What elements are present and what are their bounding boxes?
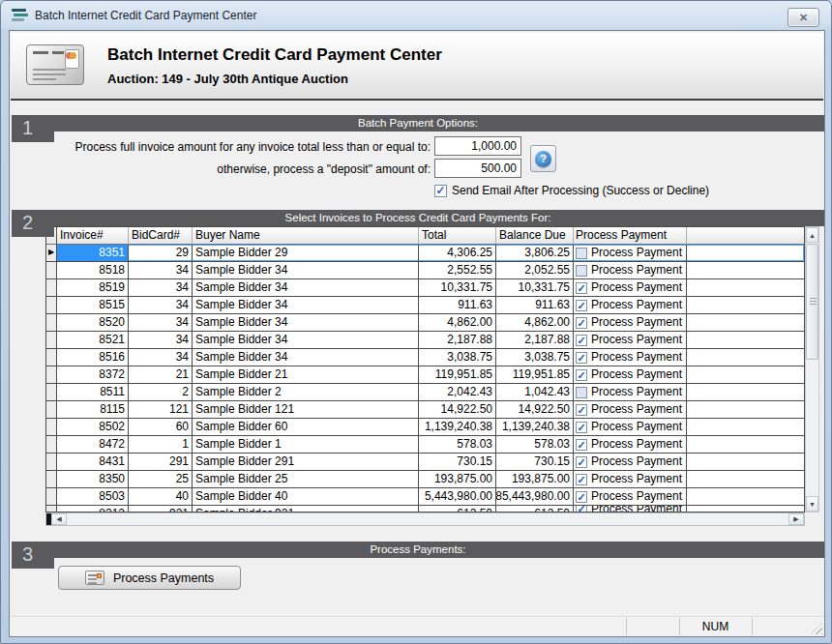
record-selector-cell[interactable] bbox=[46, 401, 57, 418]
balance-due-cell[interactable]: 2,187.88 bbox=[496, 332, 574, 348]
invoice-cell[interactable]: 8372 bbox=[57, 366, 129, 383]
record-selector-cell[interactable] bbox=[46, 297, 57, 313]
invoice-cell[interactable]: 8521 bbox=[57, 332, 129, 348]
bidcard-cell[interactable]: 34 bbox=[129, 262, 193, 278]
table-row[interactable]: 852034Sample Bidder 344,862.004,862.00✓P… bbox=[46, 314, 804, 332]
process-payment-cell[interactable]: ✓Process Payment bbox=[574, 349, 687, 366]
process-payment-checkbox[interactable]: ✓ bbox=[576, 439, 587, 451]
bidcard-cell[interactable]: 34 bbox=[129, 279, 193, 296]
record-selector-cell[interactable] bbox=[46, 384, 57, 400]
deposit-amount-input[interactable] bbox=[434, 159, 521, 178]
invoice-cell[interactable]: 8502 bbox=[57, 419, 129, 435]
buyer-name-cell[interactable]: Sample Bidder 121 bbox=[193, 401, 419, 418]
balance-due-cell[interactable]: 612.50 bbox=[496, 506, 574, 512]
buyer-name-cell[interactable]: Sample Bidder 34 bbox=[193, 262, 419, 278]
buyer-name-cell[interactable]: Sample Bidder 2 bbox=[193, 384, 419, 400]
record-selector-cell[interactable] bbox=[46, 488, 57, 505]
balance-due-cell[interactable]: 119,951.85 bbox=[496, 366, 574, 383]
balance-due-cell[interactable]: 2,052.55 bbox=[496, 262, 574, 278]
process-payment-checkbox[interactable]: ✓ bbox=[576, 491, 587, 503]
process-payment-cell[interactable]: ✓Process Payment bbox=[574, 506, 687, 512]
process-payment-checkbox[interactable] bbox=[576, 248, 587, 259]
table-row[interactable]: 84721Sample Bidder 1578.03578.03✓Process… bbox=[46, 436, 804, 454]
table-row[interactable]: 8212921Sample Bidder 921612.50612.50✓Pro… bbox=[46, 506, 804, 512]
process-payment-checkbox[interactable]: ✓ bbox=[576, 404, 587, 416]
buyer-name-cell[interactable]: Sample Bidder 34 bbox=[193, 297, 419, 313]
invoice-cell[interactable]: 8212 bbox=[57, 506, 129, 512]
table-row[interactable]: 8115121Sample Bidder 12114,922.5014,922.… bbox=[46, 401, 804, 419]
column-header-invoice[interactable]: Invoice# bbox=[57, 227, 129, 245]
invoice-cell[interactable]: 8519 bbox=[57, 279, 129, 296]
process-payment-cell[interactable]: Process Payment bbox=[574, 384, 687, 400]
invoice-cell[interactable]: 8503 bbox=[57, 488, 129, 505]
buyer-name-cell[interactable]: Sample Bidder 291 bbox=[193, 454, 419, 470]
record-selector-cell[interactable] bbox=[46, 332, 57, 348]
total-cell[interactable]: 4,306.25 bbox=[419, 245, 496, 261]
total-cell[interactable]: 4,862.00 bbox=[419, 314, 496, 331]
process-payment-checkbox[interactable] bbox=[576, 387, 587, 398]
full-amount-input[interactable] bbox=[434, 136, 521, 156]
bidcard-cell[interactable]: 60 bbox=[129, 419, 193, 435]
invoice-cell[interactable]: 8518 bbox=[57, 262, 129, 278]
balance-due-cell[interactable]: 578.03 bbox=[496, 436, 574, 453]
buyer-name-cell[interactable]: Sample Bidder 34 bbox=[193, 332, 419, 348]
table-row[interactable]: 851634Sample Bidder 343,038.753,038.75✓P… bbox=[46, 349, 804, 366]
horizontal-scrollbar[interactable]: ◀ ▶ bbox=[45, 512, 805, 526]
total-cell[interactable]: 612.50 bbox=[419, 506, 496, 512]
column-header-bidcard[interactable]: BidCard# bbox=[129, 227, 193, 245]
buyer-name-cell[interactable]: Sample Bidder 25 bbox=[193, 471, 419, 487]
resize-grip[interactable] bbox=[811, 623, 822, 634]
process-payment-checkbox[interactable]: ✓ bbox=[576, 506, 587, 512]
vertical-scrollbar-thumb[interactable] bbox=[806, 244, 818, 360]
total-cell[interactable]: 911.63 bbox=[419, 297, 496, 313]
bidcard-cell[interactable]: 121 bbox=[129, 401, 193, 418]
balance-due-cell[interactable]: 911.63 bbox=[496, 297, 574, 313]
column-header-process[interactable]: Process Payment bbox=[574, 227, 687, 245]
total-cell[interactable]: 2,042.43 bbox=[419, 384, 496, 400]
bidcard-cell[interactable]: 25 bbox=[129, 471, 193, 487]
balance-due-cell[interactable]: 3,038.75 bbox=[496, 349, 574, 366]
column-header-total[interactable]: Total bbox=[419, 227, 496, 245]
help-button[interactable]: ? bbox=[530, 145, 556, 172]
record-selector-cell[interactable] bbox=[46, 454, 57, 470]
table-row[interactable]: 850340Sample Bidder 405,443,980.0085,443… bbox=[46, 488, 804, 506]
record-selector-cell[interactable] bbox=[46, 262, 57, 278]
invoice-cell[interactable]: 8431 bbox=[57, 454, 129, 470]
balance-due-cell[interactable]: 85,443,980.00 bbox=[496, 488, 574, 505]
table-row[interactable]: 851834Sample Bidder 342,552.552,052.55Pr… bbox=[46, 262, 804, 279]
table-row[interactable]: 852134Sample Bidder 342,187.882,187.88✓P… bbox=[46, 332, 804, 349]
process-payments-button[interactable]: Process Payments bbox=[58, 566, 241, 590]
process-payment-cell[interactable]: ✓Process Payment bbox=[574, 419, 687, 435]
buyer-name-cell[interactable]: Sample Bidder 21 bbox=[193, 366, 419, 383]
total-cell[interactable]: 2,552.55 bbox=[419, 262, 496, 278]
invoice-cell[interactable]: 8516 bbox=[57, 349, 129, 366]
process-payment-checkbox[interactable]: ✓ bbox=[576, 282, 587, 294]
buyer-name-cell[interactable]: Sample Bidder 1 bbox=[193, 436, 419, 453]
balance-due-cell[interactable]: 1,042.43 bbox=[496, 384, 574, 400]
total-cell[interactable]: 730.15 bbox=[419, 454, 496, 470]
buyer-name-cell[interactable]: Sample Bidder 921 bbox=[193, 506, 419, 512]
total-cell[interactable]: 578.03 bbox=[419, 436, 496, 453]
record-selector-cell[interactable] bbox=[46, 279, 57, 296]
table-row[interactable]: 835025Sample Bidder 25193,875.00193,875.… bbox=[46, 471, 804, 488]
bidcard-cell[interactable]: 34 bbox=[129, 332, 193, 348]
balance-due-cell[interactable]: 10,331.75 bbox=[496, 279, 574, 296]
bidcard-cell[interactable]: 29 bbox=[129, 245, 193, 261]
invoice-cell[interactable]: 8511 bbox=[57, 384, 129, 400]
process-payment-checkbox[interactable]: ✓ bbox=[576, 422, 587, 433]
close-button[interactable]: ✕ bbox=[787, 8, 819, 27]
table-row[interactable]: 8431291Sample Bidder 291730.15730.15✓Pro… bbox=[46, 454, 804, 471]
total-cell[interactable]: 10,331.75 bbox=[419, 279, 496, 296]
process-payment-cell[interactable]: ✓Process Payment bbox=[574, 454, 687, 470]
bidcard-cell[interactable]: 40 bbox=[129, 488, 193, 505]
invoice-cell[interactable]: 8520 bbox=[57, 314, 129, 331]
scroll-left-button[interactable]: ◀ bbox=[51, 513, 67, 525]
balance-due-cell[interactable]: 3,806.25 bbox=[496, 245, 574, 261]
total-cell[interactable]: 14,922.50 bbox=[419, 401, 496, 418]
process-payment-cell[interactable]: ✓Process Payment bbox=[574, 314, 687, 331]
total-cell[interactable]: 119,951.85 bbox=[419, 366, 496, 383]
balance-due-cell[interactable]: 1,139,240.38 bbox=[496, 419, 574, 435]
process-payment-cell[interactable]: ✓Process Payment bbox=[574, 471, 687, 487]
process-payment-checkbox[interactable]: ✓ bbox=[576, 335, 587, 346]
column-header-balance[interactable]: Balance Due bbox=[496, 227, 574, 245]
